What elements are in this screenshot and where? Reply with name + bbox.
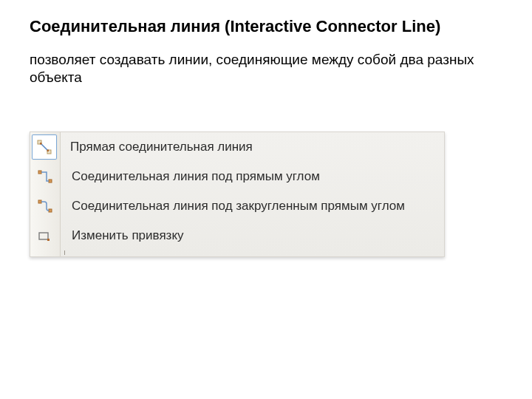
svg-rect-5 xyxy=(38,171,41,174)
svg-rect-8 xyxy=(49,209,52,212)
menu-item-label: Изменить привязку xyxy=(60,228,184,243)
right-angle-connector-icon xyxy=(30,162,60,191)
menu-item-straight-connector[interactable]: Прямая соединительная линия xyxy=(30,132,444,162)
svg-rect-9 xyxy=(39,233,48,239)
page-description: позволяет создавать линии, соединяющие м… xyxy=(30,51,502,87)
menu-item-change-anchor[interactable]: Изменить привязку xyxy=(30,221,444,250)
footer-tick-icon xyxy=(64,250,65,255)
svg-rect-6 xyxy=(49,180,52,183)
menu-item-label: Соединительная линия под закругленным пр… xyxy=(60,199,405,214)
svg-rect-7 xyxy=(38,200,41,203)
menu-rows: Прямая соединительная линия Соединительн… xyxy=(30,132,444,250)
change-anchor-icon xyxy=(30,221,60,250)
page-title: Соединительная линия (Interactive Connec… xyxy=(30,16,502,38)
svg-rect-3 xyxy=(40,143,42,145)
rounded-right-angle-connector-icon xyxy=(30,191,60,221)
connector-menu: Прямая соединительная линия Соединительн… xyxy=(30,132,445,257)
svg-rect-4 xyxy=(47,149,50,151)
menu-item-right-angle-connector[interactable]: Соединительная линия под прямым углом xyxy=(30,162,444,191)
menu-item-rounded-right-angle-connector[interactable]: Соединительная линия под закругленным пр… xyxy=(30,191,444,221)
straight-connector-icon xyxy=(32,134,57,160)
menu-item-label: Соединительная линия под прямым углом xyxy=(60,169,320,184)
slide-page: Соединительная линия (Interactive Connec… xyxy=(0,0,532,257)
svg-rect-10 xyxy=(47,239,50,241)
menu-item-label: Прямая соединительная линия xyxy=(58,140,253,154)
menu-footer xyxy=(30,250,444,256)
